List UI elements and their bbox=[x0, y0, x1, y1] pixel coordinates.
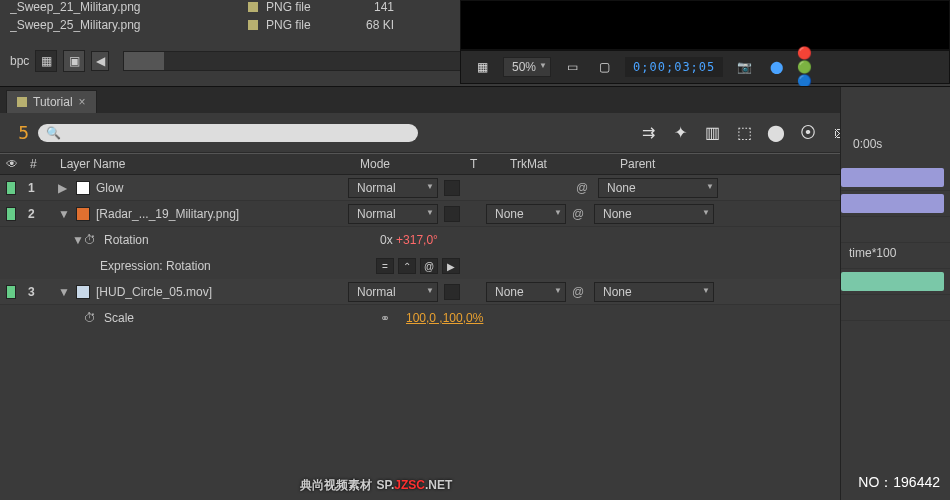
project-file-row[interactable]: _Sweep_25_Military.png PNG file 68 KI bbox=[10, 18, 450, 32]
twirl-icon[interactable]: ▶ bbox=[58, 181, 70, 195]
bin-button[interactable]: ▦ bbox=[35, 50, 57, 72]
timeline-panel: Tutorial × 5 🔍 ⇉ ✦ ▥ ⬚ ⬤ ⦿ ⦻ 👁 # Layer N… bbox=[0, 86, 950, 500]
time-ruler[interactable]: 0:00s bbox=[841, 87, 950, 165]
rotation-value[interactable]: 0x +317,0° bbox=[380, 233, 438, 247]
name-column[interactable]: Layer Name bbox=[60, 157, 360, 171]
property-row-rotation[interactable]: ▼ ⏱ Rotation 0x +317,0° bbox=[0, 227, 950, 253]
preserve-transparency-toggle[interactable] bbox=[444, 180, 460, 196]
new-comp-button[interactable]: ▣ bbox=[63, 50, 85, 72]
layer-bar bbox=[841, 295, 950, 321]
layer-bar[interactable] bbox=[841, 165, 950, 191]
blend-mode-dropdown[interactable]: Normal bbox=[348, 282, 438, 302]
layer-row[interactable]: 3 ▼ [HUD_Circle_05.mov] Normal None @ No… bbox=[0, 279, 950, 305]
layer-bar[interactable] bbox=[841, 269, 950, 295]
t-column[interactable]: T bbox=[470, 157, 510, 171]
bpc-label: bpc bbox=[10, 54, 29, 68]
blend-mode-dropdown[interactable]: Normal bbox=[348, 204, 438, 224]
timeline-tracks[interactable]: 0:00s time*100 bbox=[840, 87, 950, 500]
grid-icon[interactable]: ▦ bbox=[471, 56, 493, 78]
preserve-transparency-toggle[interactable] bbox=[444, 206, 460, 222]
stopwatch-icon[interactable]: ⏱ bbox=[84, 311, 98, 325]
timeline-search[interactable]: 🔍 bbox=[38, 124, 418, 142]
file-size: 141 bbox=[344, 0, 394, 14]
zoom-value: 50% bbox=[512, 60, 536, 74]
clip-bar[interactable] bbox=[841, 168, 944, 187]
property-row-scale[interactable]: ⏱ Scale ⚭ 100,0 ,100,0% bbox=[0, 305, 950, 331]
scroll-left-button[interactable]: ◀ bbox=[91, 51, 109, 71]
expression-label: Expression: Rotation bbox=[100, 259, 376, 273]
search-input[interactable] bbox=[67, 126, 410, 140]
layer-visibility-toggle[interactable] bbox=[6, 207, 16, 221]
layer-row[interactable]: 2 ▼ [Radar_..._19_Military.png] Normal N… bbox=[0, 201, 950, 227]
snapshot-icon[interactable]: 📷 bbox=[733, 56, 755, 78]
color-mgmt-icon[interactable]: 🔴🟢🔵 bbox=[797, 56, 819, 78]
file-type-swatch bbox=[248, 2, 258, 12]
stopwatch-icon[interactable]: ⏱ bbox=[84, 233, 98, 247]
current-time-display[interactable]: 5 bbox=[10, 122, 30, 143]
brainstorm-icon[interactable]: ⬤ bbox=[766, 123, 786, 143]
safe-zones-icon[interactable]: ▭ bbox=[561, 56, 583, 78]
constrain-proportions-icon[interactable]: ⚭ bbox=[380, 311, 400, 325]
comp-flow-icon[interactable]: ⇉ bbox=[638, 123, 658, 143]
trkmat-dropdown[interactable]: None bbox=[486, 204, 566, 224]
parent-pickwhip-icon[interactable]: @ bbox=[572, 207, 588, 221]
project-h-scrollbar[interactable] bbox=[123, 51, 463, 71]
file-name: _Sweep_25_Military.png bbox=[10, 18, 210, 32]
frame-blend-icon[interactable]: ▥ bbox=[702, 123, 722, 143]
twirl-icon[interactable]: ▼ bbox=[72, 233, 84, 247]
draft-3d-icon[interactable]: ✦ bbox=[670, 123, 690, 143]
layer-name[interactable]: Glow bbox=[96, 181, 348, 195]
layer-bar[interactable] bbox=[841, 191, 950, 217]
property-name: Rotation bbox=[104, 233, 380, 247]
index-column[interactable]: # bbox=[30, 157, 60, 171]
layer-name[interactable]: [Radar_..._19_Military.png] bbox=[96, 207, 348, 221]
property-row-expression[interactable]: Expression: Rotation = ⌃ @ ▶ bbox=[0, 253, 950, 279]
preview-timecode[interactable]: 0;00;03;05 bbox=[625, 57, 723, 77]
expression-pickwhip-button[interactable]: @ bbox=[420, 258, 438, 274]
expression-toggle-button[interactable]: = bbox=[376, 258, 394, 274]
timeline-tab[interactable]: Tutorial × bbox=[6, 90, 97, 113]
expression-lane[interactable]: time*100 bbox=[841, 243, 950, 269]
layer-row[interactable]: 1 ▶ Glow Normal @ None bbox=[0, 175, 950, 201]
scale-value[interactable]: 100,0 ,100,0% bbox=[406, 311, 483, 325]
channel-icon[interactable]: ⬤ bbox=[765, 56, 787, 78]
layer-name[interactable]: [HUD_Circle_05.mov] bbox=[96, 285, 348, 299]
project-file-row[interactable]: _Sweep_21_Military.png PNG file 141 bbox=[10, 0, 450, 14]
layer-index: 1 bbox=[28, 181, 58, 195]
trkmat-column[interactable]: TrkMat bbox=[510, 157, 620, 171]
parent-dropdown[interactable]: None bbox=[594, 282, 714, 302]
zoom-dropdown[interactable]: 50% bbox=[503, 57, 551, 77]
layer-visibility-toggle[interactable] bbox=[6, 285, 16, 299]
blend-mode-dropdown[interactable]: Normal bbox=[348, 178, 438, 198]
twirl-icon[interactable]: ▼ bbox=[58, 207, 70, 221]
solid-icon bbox=[76, 181, 90, 195]
clip-bar[interactable] bbox=[841, 194, 944, 213]
trkmat-dropdown[interactable]: None bbox=[486, 282, 566, 302]
parent-pickwhip-icon[interactable]: @ bbox=[572, 285, 588, 299]
comp-color-swatch bbox=[17, 97, 27, 107]
clip-bar[interactable] bbox=[841, 272, 944, 291]
parent-dropdown[interactable]: None bbox=[594, 204, 714, 224]
file-size: 68 KI bbox=[344, 18, 394, 32]
layer-visibility-toggle[interactable] bbox=[6, 181, 16, 195]
parent-column[interactable]: Parent bbox=[620, 157, 800, 171]
expression-graph-button[interactable]: ⌃ bbox=[398, 258, 416, 274]
mode-column[interactable]: Mode bbox=[360, 157, 470, 171]
preview-toolbar: ▦ 50% ▭ ▢ 0;00;03;05 📷 ⬤ 🔴🟢🔵 bbox=[460, 50, 950, 84]
tab-label: Tutorial bbox=[33, 95, 73, 109]
visibility-column[interactable]: 👁 bbox=[6, 157, 30, 171]
search-icon: 🔍 bbox=[46, 126, 61, 140]
close-tab-icon[interactable]: × bbox=[79, 95, 86, 109]
expression-controls: = ⌃ @ ▶ bbox=[376, 258, 460, 274]
twirl-icon[interactable]: ▼ bbox=[58, 285, 70, 299]
expression-language-button[interactable]: ▶ bbox=[442, 258, 460, 274]
motion-blur-icon[interactable]: ⬚ bbox=[734, 123, 754, 143]
auto-keyframe-icon[interactable]: ⦿ bbox=[798, 123, 818, 143]
parent-dropdown[interactable]: None bbox=[598, 178, 718, 198]
parent-pickwhip-icon[interactable]: @ bbox=[576, 181, 592, 195]
file-name: _Sweep_21_Military.png bbox=[10, 0, 210, 14]
mask-toggle-icon[interactable]: ▢ bbox=[593, 56, 615, 78]
expression-text[interactable]: time*100 bbox=[849, 246, 896, 260]
scrollbar-thumb[interactable] bbox=[124, 52, 164, 70]
preserve-transparency-toggle[interactable] bbox=[444, 284, 460, 300]
